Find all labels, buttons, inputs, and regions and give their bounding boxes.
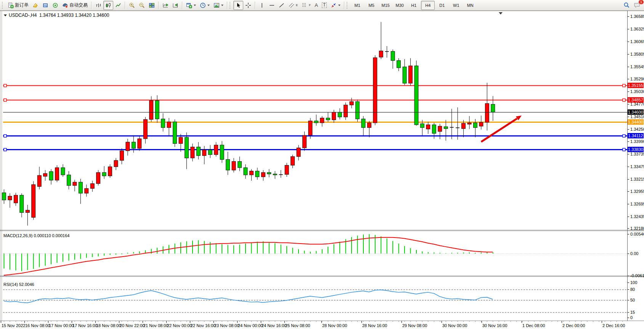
new-order-label: 新订单 [15,2,29,8]
data-window-button[interactable] [40,1,50,10]
candle-body [332,112,336,120]
trendline-tool-button[interactable] [277,1,287,10]
chart-shift-button[interactable] [170,1,180,10]
chart-ohlc-readout: 1.34764 1.34933 1.34420 1.34600 [39,13,109,18]
templates-button[interactable] [212,1,225,10]
auto-scroll-button[interactable] [161,1,170,10]
new-order-button[interactable]: 新订单 [6,1,31,10]
chart-shift-marker[interactable] [499,12,503,14]
candle-body [26,210,29,212]
toolbar-separator [182,2,183,9]
candle-body [126,142,130,151]
toolbar-grip[interactable] [347,2,349,9]
chart-shift-icon [172,2,178,8]
chart-title: USDCAD-,H4 1.34764 1.34933 1.34420 1.346… [4,13,109,18]
hline-handle[interactable] [623,148,625,151]
price-tick-label: 1.35545 [630,64,644,69]
candle-body [320,118,324,123]
timeframe-button-M15[interactable]: M15 [379,1,392,10]
price-tick-label: 1.32955 [630,189,644,194]
arrows-dropdown-caret [338,5,340,6]
candle-body [61,168,65,175]
price-tick-label: 1.36065 [630,39,644,44]
text-tool-button[interactable]: A [313,1,320,10]
timeframe-button-M5[interactable]: M5 [365,1,378,10]
line-chart-button[interactable] [113,1,123,10]
candle-body [474,123,477,128]
candlestick-chart-button[interactable] [103,1,113,10]
candle-body [267,172,271,174]
channel-tool-button[interactable]: E [287,1,300,10]
macd-axis-label: 0.00 [630,251,638,256]
candle-body [350,101,353,105]
toolbar-grip[interactable] [230,2,232,9]
timeframe-button-MN[interactable]: MN [463,1,477,10]
hline-handle[interactable] [623,84,625,87]
candle-body [314,121,318,123]
zoom-out-button[interactable] [137,1,147,10]
candle-body [344,105,348,117]
timeframe-button-H4[interactable]: H4 [421,1,435,10]
zoom-out-icon [139,2,145,8]
hline-handle[interactable] [4,84,6,87]
candle-body [338,112,342,117]
profiles-dropdown-caret [207,5,210,6]
timeframe-button-H1[interactable]: H1 [407,1,421,10]
cursor-tool-button[interactable] [233,1,243,10]
sounds-button[interactable] [50,1,60,10]
market-watch-button[interactable] [31,1,40,10]
arrows-tool-button[interactable] [329,1,342,10]
chart-menu-caret[interactable] [4,14,7,16]
time-axis-label: 18 Nov 08:00 [96,323,121,328]
chart-canvas[interactable]: 1.365851.363251.360651.358051.355451.352… [0,11,644,329]
hline-handle[interactable] [623,99,625,101]
crosshair-tool-button[interactable] [243,1,253,10]
candle-body [32,185,35,217]
hline-handle[interactable] [4,135,6,137]
vertical-line-tool-button[interactable] [257,1,267,10]
timeframe-button-M30[interactable]: M30 [393,1,406,10]
horizontal-line-tool-button[interactable] [267,1,277,10]
time-axis[interactable]: 15 Nov 202216 Nov 08:0017 Nov 00:0017 No… [1,321,625,328]
fibonacci-tool-button[interactable]: F [300,1,313,10]
sounds-icon [52,2,58,8]
candle-body [79,182,82,193]
candle-body [14,195,18,203]
candle-body [444,127,448,128]
price-badge-label: 1.34400 [628,120,643,124]
timeframe-button-D1[interactable]: D1 [435,1,449,10]
time-axis-label: 24 Nov 00:00 [238,323,263,328]
chat-button[interactable]: 1 [632,1,642,10]
hline-handle[interactable] [4,148,6,151]
toolbar-grip[interactable] [2,2,5,9]
price-tick-label: 1.34250 [630,127,644,132]
rsi-pane: 1008050150 [3,280,637,320]
candle-body [102,172,106,176]
clock-icon [200,2,206,8]
hline-handle[interactable] [623,135,625,137]
new-chart-button[interactable] [184,1,198,10]
time-axis-label: 28 Nov 16:00 [362,323,387,328]
candle-body [37,175,41,186]
candle-body [67,175,71,186]
candle-body [379,51,383,57]
tile-windows-button[interactable] [147,1,157,10]
text-label-tool-button[interactable]: T [320,1,329,10]
price-tick-label: 1.35805 [630,52,644,56]
candle-body [356,101,360,119]
bar-chart-button[interactable] [93,1,103,10]
main-toolbar: 新订单 自动交易 [0,0,644,11]
zoom-in-button[interactable] [127,1,137,10]
hline-handle[interactable] [4,99,6,101]
timeframe-button-W1[interactable]: W1 [449,1,463,10]
new-chart-icon [186,2,192,8]
timeframe-button-M1[interactable]: M1 [350,1,364,10]
price-axis[interactable]: 1.365851.363251.360651.358051.355451.352… [628,14,644,231]
time-axis-label: 22 Nov 00:00 [167,323,192,328]
text-label-icon: T [322,2,327,8]
search-button[interactable] [622,1,632,10]
autotrade-button[interactable]: 自动交易 [60,1,90,10]
candle-body [391,51,395,61]
profiles-button[interactable] [198,1,212,10]
zoom-in-icon [129,2,135,8]
